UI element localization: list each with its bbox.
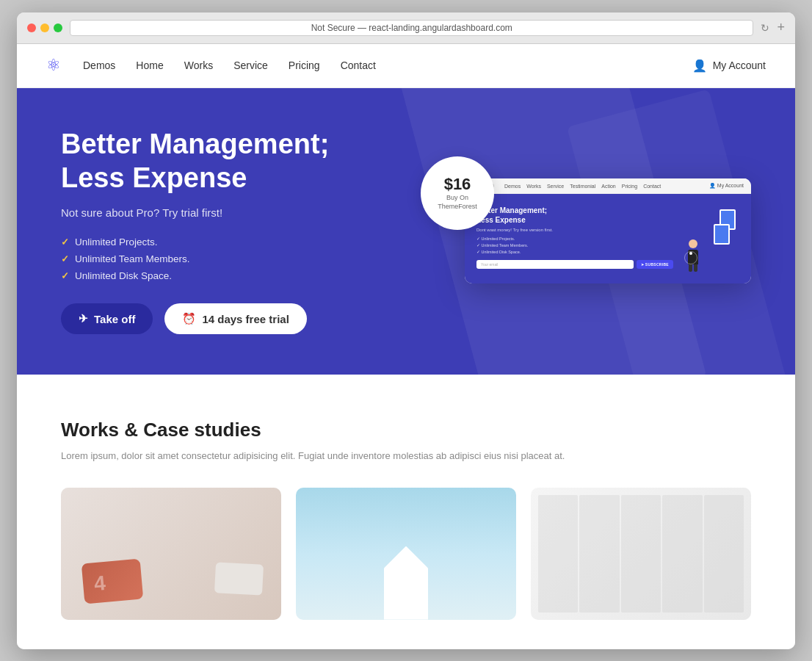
trial-label: 14 days free trial [202, 313, 289, 325]
works-title: Works & Case studies [61, 419, 751, 441]
work-card-3[interactable] [531, 488, 751, 620]
mini-nav-link-5: Action [601, 184, 615, 189]
mini-subscribe-btn: ➤ SUBSCRIBE [637, 260, 673, 269]
mini-feature-2: ✓ Unlimited Team Members. [476, 243, 673, 248]
mini-hero-right [681, 206, 739, 272]
logo-icon: ⚛ [46, 56, 61, 75]
price-badge: $16 Buy OnThemeForest [421, 156, 494, 230]
browser-dots [27, 24, 62, 32]
trial-button[interactable]: ⏰ 14 days free trial [164, 303, 306, 334]
mini-nav-link-4: Testimonial [570, 184, 595, 189]
office-col-5 [704, 495, 744, 613]
check-icon-1: ✓ [61, 236, 69, 248]
mini-hero: Better Management;Less Expense Dont wast… [465, 194, 751, 283]
mini-orbit [684, 251, 697, 264]
nav-item-works[interactable]: Works [184, 59, 213, 72]
refresh-icon[interactable]: ↻ [761, 22, 769, 34]
building-shape [384, 546, 428, 620]
navbar-right: 👤 My Account [692, 59, 766, 73]
nav-link-works[interactable]: Works [184, 59, 213, 71]
mini-nav-link-3: Service [547, 184, 564, 189]
hero-actions: ✈ Take off ⏰ 14 days free trial [61, 303, 465, 334]
work-image-3 [531, 488, 751, 620]
office-col-1 [538, 495, 578, 613]
mini-head [689, 239, 697, 248]
navbar-logo[interactable]: ⚛ [46, 56, 61, 75]
nav-link-home[interactable]: Home [136, 59, 163, 71]
work-image-1: 4 [61, 488, 281, 620]
new-tab-button[interactable]: + [777, 20, 785, 35]
hero-subtitle: Not sure about Pro? Try trial first! [61, 206, 465, 219]
takeoff-button[interactable]: ✈ Take off [61, 303, 153, 334]
mini-nav-link-2: Works [526, 184, 541, 189]
check-icon-3: ✓ [61, 270, 69, 281]
page-content: ⚛ Demos Home Works Service Pricing Conta… [17, 44, 795, 649]
mini-feature-3: ✓ Unlimited Disk Space. [476, 250, 673, 254]
mini-nav-link-7: Contact [643, 184, 661, 189]
nav-item-demos[interactable]: Demos [83, 59, 115, 72]
office-col-4 [662, 495, 702, 613]
nav-link-demos[interactable]: Demos [83, 59, 115, 71]
mini-hero-left: Better Management;Less Expense Dont wast… [476, 206, 673, 272]
nav-item-home[interactable]: Home [136, 59, 163, 72]
mini-input-row: Your email ➤ SUBSCRIBE [476, 260, 673, 269]
price-label: Buy OnThemeForest [438, 194, 477, 211]
work-card-1[interactable]: 4 [61, 488, 281, 620]
orange-card-shape: 4 [81, 558, 143, 604]
feature-item-3: ✓ Unlimited Disk Space. [61, 270, 465, 281]
browser-window: Not Secure — react-landing.angulardashbo… [17, 12, 795, 649]
mini-hero-sub: Dont wast money! Try free version first. [476, 228, 673, 232]
takeoff-icon: ✈ [79, 312, 88, 325]
feature-label-2: Unlimited Team Members. [75, 253, 190, 264]
nav-item-service[interactable]: Service [233, 59, 268, 72]
mini-nav-link-1: Demos [504, 184, 521, 189]
price-amount: $16 [444, 175, 471, 194]
works-grid: 4 [61, 488, 751, 620]
mini-doc-2 [714, 224, 730, 245]
nav-link-pricing[interactable]: Pricing [289, 59, 320, 71]
navbar: ⚛ Demos Home Works Service Pricing Conta… [17, 44, 795, 88]
works-section: Works & Case studies Lorem ipsum, dolor … [17, 375, 795, 649]
browser-titlebar: Not Secure — react-landing.angulardashbo… [17, 12, 795, 44]
mini-legs [688, 264, 698, 272]
white-card-shape [214, 562, 264, 595]
feature-label-3: Unlimited Disk Space. [75, 270, 172, 281]
hero-title: Better Management;Less Expense [61, 128, 465, 195]
dot-yellow[interactable] [40, 24, 49, 32]
feature-item-1: ✓ Unlimited Projects. [61, 236, 465, 248]
hero-features: ✓ Unlimited Projects. ✓ Unlimited Team M… [61, 236, 465, 281]
feature-label-1: Unlimited Projects. [75, 236, 158, 248]
mini-leg-right [694, 264, 697, 272]
work-image-2 [296, 488, 516, 620]
takeoff-label: Take off [94, 313, 135, 325]
check-icon-2: ✓ [61, 253, 69, 264]
feature-item-2: ✓ Unlimited Team Members. [61, 253, 465, 264]
works-description: Lorem ipsum, dolor sit amet consectetur … [61, 450, 751, 461]
mini-hero-title: Better Management;Less Expense [476, 206, 673, 225]
hero-left: Better Management;Less Expense Not sure … [61, 128, 465, 334]
nav-link-service[interactable]: Service [233, 59, 268, 71]
mini-nav-link-6: Pricing [622, 184, 637, 189]
hero-section: Better Management;Less Expense Not sure … [17, 88, 795, 375]
account-icon: 👤 [692, 59, 707, 73]
work-card-2[interactable] [296, 488, 516, 620]
mini-nav-links: Demos Works Service Testimonial Action P… [504, 184, 661, 189]
mini-navbar: Demos Works Service Testimonial Action P… [465, 178, 751, 194]
timer-icon: ⏰ [182, 312, 196, 325]
nav-item-pricing[interactable]: Pricing [289, 59, 320, 72]
dot-red[interactable] [27, 24, 36, 32]
nav-item-contact[interactable]: Contact [341, 59, 376, 72]
office-col-2 [579, 495, 619, 613]
nav-link-contact[interactable]: Contact [341, 59, 376, 71]
account-text[interactable]: My Account [713, 59, 766, 71]
office-col-3 [621, 495, 661, 613]
address-bar[interactable]: Not Secure — react-landing.angulardashbo… [70, 20, 753, 36]
mini-figure [684, 206, 736, 272]
hero-right: $16 Buy OnThemeForest Demos Works Servic… [465, 178, 751, 283]
navbar-nav: Demos Home Works Service Pricing Contact [83, 59, 376, 72]
mini-feature-1: ✓ Unlimited Projects. [476, 236, 673, 241]
card-number: 4 [93, 571, 106, 595]
mini-leg-left [689, 264, 692, 272]
dot-green[interactable] [54, 24, 62, 32]
mini-email-input: Your email [476, 260, 634, 269]
